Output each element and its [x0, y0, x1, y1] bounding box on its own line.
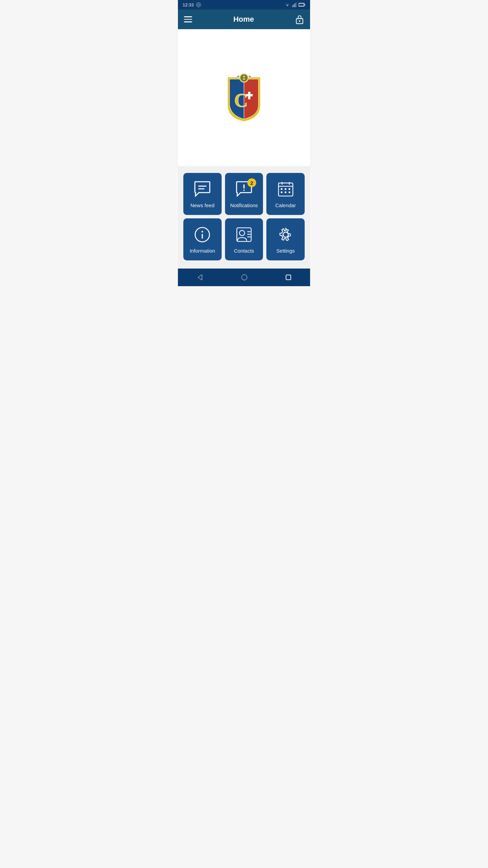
- calendar-button[interactable]: Calendar: [266, 173, 305, 215]
- chat-bubble-icon: [194, 181, 211, 197]
- signal-icon: [292, 2, 297, 7]
- page-title: Home: [233, 15, 254, 24]
- contacts-button[interactable]: Contacts: [225, 218, 263, 260]
- app-header: Home: [178, 9, 310, 29]
- chat-icon: [194, 181, 211, 198]
- svg-point-10: [299, 20, 300, 22]
- recents-icon: [285, 274, 291, 280]
- status-left: 12:33: [183, 2, 201, 7]
- svg-rect-2: [292, 5, 293, 7]
- calendar-icon: [277, 181, 294, 198]
- back-icon: [197, 274, 203, 281]
- notifications-button[interactable]: 2 Notifications: [225, 173, 263, 215]
- notifications-label: Notifications: [230, 202, 258, 208]
- info-svg-icon: [194, 226, 210, 243]
- svg-rect-5: [296, 2, 297, 7]
- menu-grid: News feed 2 Notifications: [178, 166, 310, 269]
- settings-label: Settings: [277, 248, 295, 254]
- info-icon: [194, 226, 210, 244]
- alert-chat-icon: 2: [235, 181, 253, 198]
- svg-rect-29: [281, 192, 282, 193]
- svg-rect-26: [281, 188, 282, 190]
- calendar-label: Calendar: [275, 202, 296, 208]
- gear-svg-icon: [277, 226, 294, 243]
- back-button[interactable]: [190, 271, 210, 283]
- svg-marker-41: [198, 275, 202, 280]
- contacts-label: Contacts: [234, 248, 254, 254]
- bottom-navigation: [178, 269, 310, 286]
- logo-area: C: [178, 29, 310, 166]
- information-button[interactable]: Information: [183, 218, 222, 260]
- contacts-svg-icon: [236, 226, 252, 243]
- svg-point-42: [242, 275, 247, 280]
- menu-button[interactable]: [184, 16, 192, 22]
- svg-point-36: [240, 231, 245, 236]
- app-logo: C: [224, 74, 264, 121]
- svg-rect-30: [285, 192, 286, 193]
- svg-rect-43: [286, 275, 291, 280]
- status-right: [284, 2, 305, 7]
- svg-rect-31: [288, 192, 290, 193]
- home-icon: [241, 274, 248, 281]
- calendar-svg-icon: [277, 181, 294, 197]
- svg-rect-4: [295, 3, 296, 7]
- wifi-icon: [284, 2, 290, 7]
- svg-rect-28: [288, 188, 290, 190]
- notification-badge: 2: [247, 178, 256, 187]
- svg-rect-13: [246, 94, 252, 96]
- home-button[interactable]: [234, 271, 255, 283]
- svg-rect-8: [299, 4, 304, 6]
- svg-rect-27: [285, 188, 286, 190]
- news-feed-label: News feed: [190, 202, 215, 208]
- svg-rect-7: [304, 4, 305, 6]
- lock-icon: [295, 14, 304, 24]
- recents-button[interactable]: [279, 272, 298, 283]
- gear-icon: [277, 226, 294, 244]
- svg-point-1: [197, 4, 200, 6]
- svg-point-34: [202, 231, 203, 233]
- battery-icon: [299, 3, 305, 7]
- status-time: 12:33: [183, 2, 194, 7]
- svg-rect-3: [293, 4, 294, 7]
- settings-button[interactable]: Settings: [266, 218, 305, 260]
- svg-point-21: [243, 190, 245, 191]
- media-icon: [196, 2, 201, 7]
- status-bar: 12:33: [178, 0, 310, 9]
- svg-text:C: C: [234, 90, 248, 111]
- lock-button[interactable]: [295, 14, 304, 24]
- contacts-icon: [236, 226, 252, 244]
- news-feed-button[interactable]: News feed: [183, 173, 222, 215]
- information-label: Information: [190, 248, 215, 254]
